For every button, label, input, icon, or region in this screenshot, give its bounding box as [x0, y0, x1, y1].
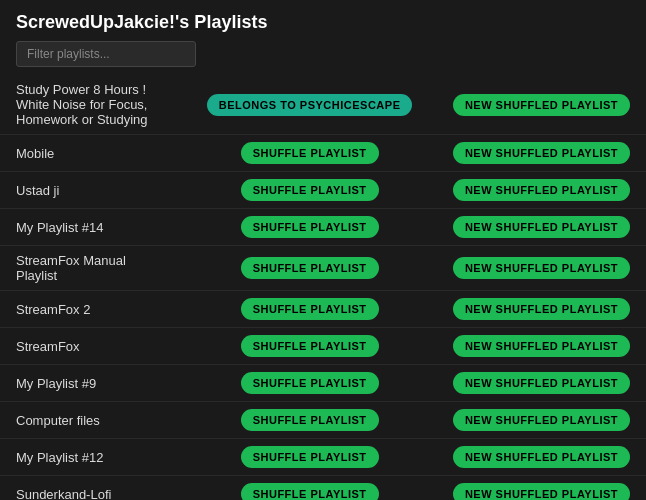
playlist-name: Mobile — [0, 135, 182, 172]
action-button-cell: SHUFFLE PLAYLIST — [182, 135, 437, 172]
table-row: Sunderkand-LofiSHUFFLE PLAYLISTNEW SHUFF… — [0, 476, 646, 501]
shuffle-playlist-button[interactable]: SHUFFLE PLAYLIST — [241, 216, 379, 238]
shuffle-playlist-button[interactable]: SHUFFLE PLAYLIST — [241, 446, 379, 468]
shuffle-playlist-button[interactable]: SHUFFLE PLAYLIST — [241, 179, 379, 201]
table-row: StreamFoxSHUFFLE PLAYLISTNEW SHUFFLED PL… — [0, 328, 646, 365]
playlist-name: Ustad ji — [0, 172, 182, 209]
playlist-name: My Playlist #9 — [0, 365, 182, 402]
new-shuffled-playlist-button[interactable]: NEW SHUFFLED PLAYLIST — [453, 446, 630, 468]
shuffle-playlist-button[interactable]: SHUFFLE PLAYLIST — [241, 483, 379, 500]
playlist-name: StreamFox — [0, 328, 182, 365]
new-shuffled-playlist-button[interactable]: NEW SHUFFLED PLAYLIST — [453, 216, 630, 238]
belongs-to-button[interactable]: BELONGS TO PSYCHICESCAPE — [207, 94, 413, 116]
action-button-cell: SHUFFLE PLAYLIST — [182, 209, 437, 246]
table-row: StreamFox Manual PlaylistSHUFFLE PLAYLIS… — [0, 246, 646, 291]
shuffle-playlist-button[interactable]: SHUFFLE PLAYLIST — [241, 298, 379, 320]
playlist-name: StreamFox 2 — [0, 291, 182, 328]
playlist-name: Sunderkand-Lofi — [0, 476, 182, 501]
playlist-name: Computer files — [0, 402, 182, 439]
playlist-name: Study Power 8 Hours ! White Noise for Fo… — [0, 75, 182, 135]
page-header: ScrewedUpJakcie!'s Playlists — [0, 0, 646, 75]
action-button-cell: SHUFFLE PLAYLIST — [182, 476, 437, 501]
playlist-name: StreamFox Manual Playlist — [0, 246, 182, 291]
table-row: Computer filesSHUFFLE PLAYLISTNEW SHUFFL… — [0, 402, 646, 439]
action-button-cell: BELONGS TO PSYCHICESCAPE — [182, 75, 437, 135]
action-button-cell: SHUFFLE PLAYLIST — [182, 439, 437, 476]
table-row: StreamFox 2SHUFFLE PLAYLISTNEW SHUFFLED … — [0, 291, 646, 328]
shuffle-playlist-button[interactable]: SHUFFLE PLAYLIST — [241, 372, 379, 394]
shuffle-playlist-button[interactable]: SHUFFLE PLAYLIST — [241, 335, 379, 357]
new-shuffled-playlist-button[interactable]: NEW SHUFFLED PLAYLIST — [453, 372, 630, 394]
action-button-cell: SHUFFLE PLAYLIST — [182, 328, 437, 365]
new-shuffled-button-cell: NEW SHUFFLED PLAYLIST — [437, 246, 646, 291]
new-shuffled-button-cell: NEW SHUFFLED PLAYLIST — [437, 209, 646, 246]
new-shuffled-button-cell: NEW SHUFFLED PLAYLIST — [437, 291, 646, 328]
new-shuffled-button-cell: NEW SHUFFLED PLAYLIST — [437, 328, 646, 365]
playlists-table: Study Power 8 Hours ! White Noise for Fo… — [0, 75, 646, 500]
new-shuffled-playlist-button[interactable]: NEW SHUFFLED PLAYLIST — [453, 142, 630, 164]
table-row: My Playlist #14SHUFFLE PLAYLISTNEW SHUFF… — [0, 209, 646, 246]
new-shuffled-playlist-button[interactable]: NEW SHUFFLED PLAYLIST — [453, 94, 630, 116]
new-shuffled-button-cell: NEW SHUFFLED PLAYLIST — [437, 75, 646, 135]
table-row: Ustad jiSHUFFLE PLAYLISTNEW SHUFFLED PLA… — [0, 172, 646, 209]
action-button-cell: SHUFFLE PLAYLIST — [182, 402, 437, 439]
search-input[interactable] — [16, 41, 196, 67]
playlist-name: My Playlist #12 — [0, 439, 182, 476]
action-button-cell: SHUFFLE PLAYLIST — [182, 172, 437, 209]
action-button-cell: SHUFFLE PLAYLIST — [182, 246, 437, 291]
new-shuffled-playlist-button[interactable]: NEW SHUFFLED PLAYLIST — [453, 179, 630, 201]
shuffle-playlist-button[interactable]: SHUFFLE PLAYLIST — [241, 257, 379, 279]
new-shuffled-button-cell: NEW SHUFFLED PLAYLIST — [437, 402, 646, 439]
new-shuffled-button-cell: NEW SHUFFLED PLAYLIST — [437, 439, 646, 476]
new-shuffled-button-cell: NEW SHUFFLED PLAYLIST — [437, 476, 646, 501]
new-shuffled-playlist-button[interactable]: NEW SHUFFLED PLAYLIST — [453, 335, 630, 357]
new-shuffled-button-cell: NEW SHUFFLED PLAYLIST — [437, 365, 646, 402]
action-button-cell: SHUFFLE PLAYLIST — [182, 291, 437, 328]
playlist-name: My Playlist #14 — [0, 209, 182, 246]
table-row: My Playlist #9SHUFFLE PLAYLISTNEW SHUFFL… — [0, 365, 646, 402]
new-shuffled-button-cell: NEW SHUFFLED PLAYLIST — [437, 172, 646, 209]
table-row: My Playlist #12SHUFFLE PLAYLISTNEW SHUFF… — [0, 439, 646, 476]
new-shuffled-playlist-button[interactable]: NEW SHUFFLED PLAYLIST — [453, 483, 630, 500]
page-title: ScrewedUpJakcie!'s Playlists — [16, 12, 630, 33]
new-shuffled-playlist-button[interactable]: NEW SHUFFLED PLAYLIST — [453, 298, 630, 320]
new-shuffled-button-cell: NEW SHUFFLED PLAYLIST — [437, 135, 646, 172]
table-row: Study Power 8 Hours ! White Noise for Fo… — [0, 75, 646, 135]
action-button-cell: SHUFFLE PLAYLIST — [182, 365, 437, 402]
new-shuffled-playlist-button[interactable]: NEW SHUFFLED PLAYLIST — [453, 257, 630, 279]
shuffle-playlist-button[interactable]: SHUFFLE PLAYLIST — [241, 409, 379, 431]
new-shuffled-playlist-button[interactable]: NEW SHUFFLED PLAYLIST — [453, 409, 630, 431]
shuffle-playlist-button[interactable]: SHUFFLE PLAYLIST — [241, 142, 379, 164]
table-row: MobileSHUFFLE PLAYLISTNEW SHUFFLED PLAYL… — [0, 135, 646, 172]
